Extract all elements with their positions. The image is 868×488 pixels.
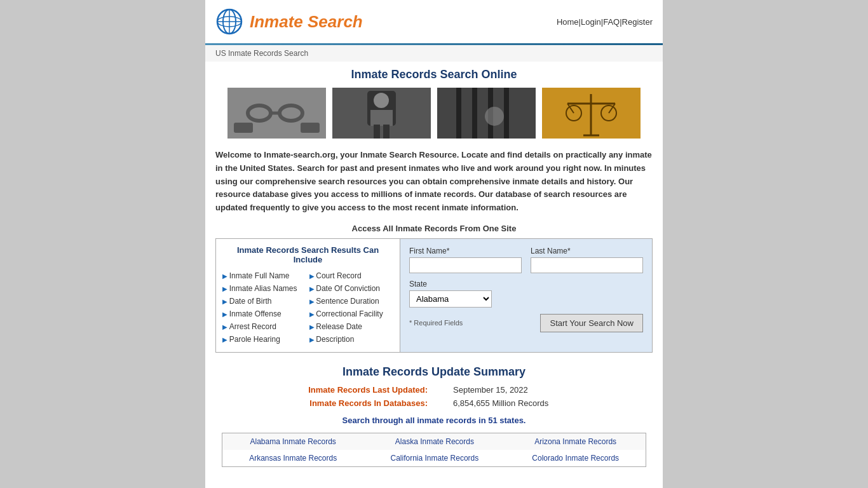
page-heading: Inmate Records Search Online (215, 68, 653, 81)
state-link[interactable]: Alaska Inmate Records (395, 437, 474, 446)
images-row (215, 88, 653, 139)
svg-rect-18 (456, 88, 461, 139)
description-text: Welcome to Inmate-search.org, your Inmat… (215, 149, 653, 215)
globe-icon (215, 8, 243, 36)
nav-register[interactable]: Register (622, 17, 653, 27)
site-title: Inmate Search (250, 12, 363, 32)
first-name-label: First Name* (409, 247, 522, 255)
nav-faq[interactable]: FAQ (603, 17, 620, 27)
first-name-input[interactable] (409, 257, 522, 273)
in-db-row: Inmate Records In Databases: 6,854,655 M… (222, 398, 646, 408)
nav-home[interactable]: Home (557, 17, 579, 27)
image-bars (437, 88, 536, 139)
state-link[interactable]: Alabama Inmate Records (250, 437, 336, 446)
state-group: State AlabamaAlaskaArizonaArkansasCalifo… (409, 280, 643, 308)
update-heading: Inmate Records Update Summary (222, 365, 646, 379)
right-panel: First Name* Last Name* State AlabamaAlas… (400, 239, 652, 352)
list-item: Inmate Offense (222, 308, 307, 320)
image-justice (542, 88, 641, 139)
breadcrumb: US Inmate Records Search (205, 45, 663, 62)
states-table: Alabama Inmate RecordsAlaska Inmate Reco… (222, 433, 646, 467)
first-name-group: First Name* (409, 247, 522, 273)
list-item: Arrest Record (222, 320, 307, 333)
name-row: First Name* Last Name* (409, 247, 643, 273)
image-arrest (332, 88, 431, 139)
state-link[interactable]: California Inmate Records (391, 454, 479, 463)
in-db-label: Inmate Records In Databases: (301, 398, 428, 408)
svg-rect-16 (383, 125, 390, 139)
in-db-value: 6,854,655 Million Records (453, 398, 567, 408)
image-handcuffs (227, 88, 326, 139)
svg-point-13 (374, 93, 389, 108)
search-section: Inmate Records Search Results Can Includ… (215, 238, 653, 353)
state-row: State AlabamaAlaskaArizonaArkansasCalifo… (409, 280, 643, 308)
list-item: Date Of Conviction (309, 282, 394, 295)
logo-area: Inmate Search (215, 8, 363, 36)
last-name-input[interactable] (531, 257, 643, 273)
nav-login[interactable]: Login (581, 17, 601, 27)
svg-rect-19 (472, 88, 477, 139)
left-panel-title: Inmate Records Search Results Can Includ… (222, 245, 393, 264)
state-link[interactable]: Arizona Inmate Records (534, 437, 616, 446)
main-content: Inmate Records Search Online (205, 62, 663, 480)
svg-rect-21 (504, 88, 509, 139)
search-button[interactable]: Start Your Search Now (540, 314, 643, 332)
form-bottom-row: * Required Fields Start Your Search Now (409, 314, 643, 332)
last-updated-value: September 15, 2022 (453, 385, 567, 395)
list-item: Inmate Full Name (222, 269, 307, 282)
table-row: Arkansas Inmate RecordsCalifornia Inmate… (222, 450, 646, 467)
last-name-group: Last Name* (531, 247, 643, 273)
list-item: Court Record (309, 269, 394, 282)
list-item: Parole Hearing (222, 333, 307, 346)
list-item: Release Date (309, 320, 394, 333)
svg-rect-15 (374, 125, 380, 139)
last-updated-row: Inmate Records Last Updated: September 1… (222, 385, 646, 395)
svg-rect-9 (234, 123, 253, 133)
svg-rect-14 (370, 110, 393, 126)
required-note: * Required Fields (409, 319, 463, 327)
last-name-label: Last Name* (531, 247, 643, 255)
list-item: Date of Birth (222, 295, 307, 308)
state-label: State (409, 280, 643, 288)
search-all-link[interactable]: Search through all inmate records in 51 … (222, 416, 646, 425)
list-item: Inmate Alias Names (222, 282, 307, 295)
access-line: Access All Inmate Records From One Site (215, 224, 653, 233)
state-link[interactable]: Colorado Inmate Records (532, 454, 619, 463)
results-list: Inmate Full NameInmate Alias NamesDate o… (222, 269, 393, 346)
svg-rect-10 (301, 123, 320, 133)
list-item: Correctional Facility (309, 308, 394, 320)
update-summary: Inmate Records Update Summary Inmate Rec… (215, 365, 653, 467)
last-updated-label: Inmate Records Last Updated: (301, 385, 428, 395)
nav-links: Home|Login|FAQ|Register (557, 17, 653, 27)
table-row: Alabama Inmate RecordsAlaska Inmate Reco… (222, 433, 646, 450)
svg-point-22 (485, 107, 504, 126)
state-link[interactable]: Arkansas Inmate Records (249, 454, 337, 463)
list-item: Sentence Duration (309, 295, 394, 308)
state-select[interactable]: AlabamaAlaskaArizonaArkansasCaliforniaCo… (409, 290, 492, 308)
header: Inmate Search Home|Login|FAQ|Register (205, 0, 663, 43)
list-item: Description (309, 333, 394, 346)
left-panel: Inmate Records Search Results Can Includ… (216, 239, 400, 352)
